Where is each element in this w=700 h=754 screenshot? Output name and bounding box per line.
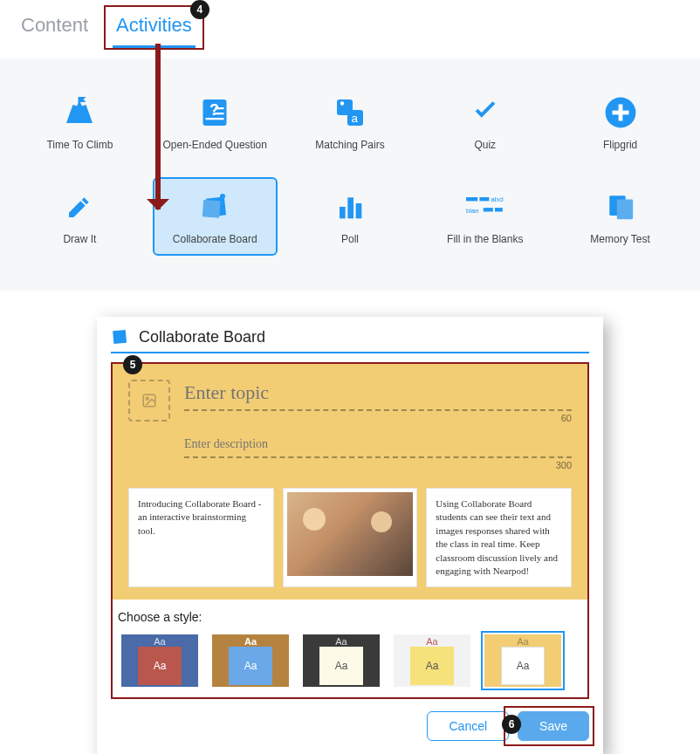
activity-time-to-climb[interactable]: Time To Climb [17,85,142,160]
activity-label: Quiz [474,139,496,151]
activity-label: Draw It [63,233,96,245]
svg-rect-12 [612,111,628,115]
activity-label: Matching Pairs [315,139,384,151]
style-option-3[interactable]: Aa Aa [299,631,383,690]
activity-matching-pairs[interactable]: a Matching Pairs [288,85,413,160]
svg-rect-18 [356,203,362,218]
question-doc-icon: ? [199,97,230,128]
save-button[interactable]: Save [518,711,589,741]
activity-label: Poll [341,233,359,245]
activity-memory-test[interactable]: Memory Test [558,177,683,256]
step-badge-5: 5 [123,355,142,374]
sticky-note-icon [111,327,130,346]
activity-fill-blanks[interactable]: abclblan Fill in the Blanks [422,177,547,256]
info-card-image [283,488,418,587]
activity-poll[interactable]: Poll [288,177,413,256]
pencil-icon [65,193,93,221]
step-badge-4: 4 [190,0,209,19]
style-option-4[interactable]: Aa Aa [390,631,474,690]
activity-flipgrid[interactable]: Flipgrid [558,85,683,160]
collaborate-board-editor: Collaborate Board 5 60 300 Introducing C… [97,317,603,754]
svg-rect-4 [215,113,224,114]
svg-point-29 [146,397,148,400]
editor-title: Collaborate Board [139,328,265,346]
activity-label: Time To Climb [46,139,113,151]
style-label: Choose a style: [118,610,582,624]
desc-char-limit: 300 [184,460,572,470]
tab-content[interactable]: Content [17,7,92,48]
image-upload[interactable] [128,380,170,422]
style-option-5[interactable]: Aa Aa [481,631,565,690]
info-card-2: Using Collaborate Board students can see… [426,488,572,587]
tabs: Content Activities 4 [0,0,700,48]
svg-rect-17 [347,197,353,218]
svg-text:?: ? [209,101,219,119]
activity-label: Fill in the Blanks [447,233,523,245]
topic-char-limit: 60 [184,413,572,423]
svg-rect-16 [340,207,346,218]
svg-point-8 [340,101,345,106]
checkmark-icon [468,98,503,127]
svg-rect-23 [484,208,493,211]
svg-rect-26 [616,200,632,220]
activity-label: Memory Test [590,233,649,245]
svg-rect-24 [495,208,503,211]
svg-rect-5 [206,118,224,120]
info-card-1: Introducing Collaborate Board - an inter… [128,488,274,587]
pairs-icon: a [334,97,366,128]
activity-label: Collaborate Board [173,233,257,245]
image-icon [141,393,157,408]
svg-rect-3 [215,107,224,109]
cards-icon [605,192,636,222]
svg-point-15 [220,194,225,199]
topic-input[interactable] [184,380,572,411]
svg-text:a: a [351,112,358,125]
svg-rect-14 [202,200,221,218]
activity-open-ended[interactable]: ? Open-Ended Question [153,85,278,160]
bar-chart-icon [334,193,366,221]
activity-panel: Time To Climb ? Open-Ended Question a Ma… [0,58,700,291]
svg-rect-19 [466,197,477,201]
activity-label: Flipgrid [603,139,637,151]
activity-collaborate-board[interactable]: Collaborate Board [153,177,278,256]
fill-blanks-icon: abclblan [466,194,504,220]
svg-rect-20 [479,197,489,201]
style-option-1[interactable]: Aa Aa [118,631,202,690]
svg-text:blan: blan [466,207,479,215]
sample-photo [287,492,414,576]
svg-text:abcl: abcl [491,196,503,204]
activity-draw-it[interactable]: Draw It [17,177,142,256]
annotation-arrow [155,44,161,209]
tab-activities[interactable]: Activities [113,7,196,48]
sticky-notes-icon [197,191,232,223]
description-input[interactable] [184,435,572,458]
activity-label: Open-Ended Question [162,139,266,151]
svg-rect-27 [113,330,127,344]
style-option-2[interactable]: Aa Aa [209,631,292,690]
mountain-flag-icon [64,97,95,128]
activity-quiz[interactable]: Quiz [422,85,547,160]
cancel-button[interactable]: Cancel [427,711,509,741]
plus-circle-icon [604,96,637,129]
